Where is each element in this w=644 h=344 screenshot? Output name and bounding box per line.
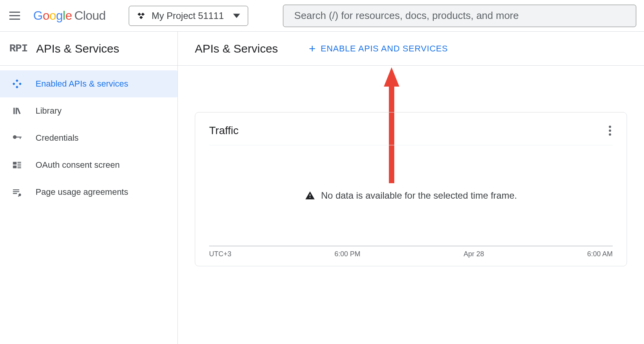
library-icon [12,106,22,116]
sidebar-item-label: OAuth consent screen [36,160,120,170]
page-title: APIs & Services [195,42,278,55]
enable-apis-label: ENABLE APIS AND SERVICES [320,44,448,54]
sidebar-item-label: Page usage agreements [36,187,128,197]
diamond-icon [12,78,22,89]
sidebar-item-library[interactable]: Library [0,97,177,124]
traffic-card: Traffic No data is available for the sel… [195,112,627,266]
sidebar-item-label: Enabled APIs & services [36,79,128,89]
google-cloud-logo[interactable]: Google Cloud [33,9,106,23]
sidebar-item-page-usage-agreements[interactable]: Page usage agreements [0,179,177,206]
consent-screen-icon [12,160,22,170]
chevron-down-icon [233,14,240,18]
hamburger-menu-icon[interactable] [8,9,22,23]
empty-state-message: No data is available for the selected ti… [321,190,517,201]
sidebar-item-oauth-consent[interactable]: OAuth consent screen [0,152,177,179]
sidebar: RPI APIs & Services Enabled APIs & servi… [0,32,178,344]
logo-product-text: Cloud [74,9,106,23]
axis-tick: UTC+3 [209,250,232,258]
top-header: Google Cloud My Project 51111 Search (/)… [0,0,644,32]
agreements-icon [12,187,22,198]
api-icon: RPI [9,43,27,54]
body-layout: RPI APIs & Services Enabled APIs & servi… [0,32,644,344]
sidebar-header[interactable]: RPI APIs & Services [0,32,177,66]
search-input[interactable]: Search (/) for resources, docs, products… [283,5,636,27]
traffic-chart-empty: No data is available for the selected ti… [209,145,613,246]
search-placeholder: Search (/) for resources, docs, products… [294,10,519,22]
warning-icon [305,191,315,201]
plus-icon: + [309,43,316,54]
main-header: APIs & Services + ENABLE APIS AND SERVIC… [178,32,644,66]
sidebar-item-label: Library [36,106,61,116]
sidebar-items: Enabled APIs & services Library Credenti… [0,66,177,206]
axis-tick: 6:00 PM [334,250,360,258]
main-panel: APIs & Services + ENABLE APIS AND SERVIC… [178,32,644,344]
project-name: My Project 51111 [152,10,224,21]
project-picker[interactable]: My Project 51111 [129,6,248,26]
project-hex-icon [137,12,145,20]
axis-tick: 6:00 AM [587,250,613,258]
sidebar-title: APIs & Services [36,42,119,55]
traffic-card-header: Traffic [209,124,613,145]
traffic-x-axis: UTC+3 6:00 PM Apr 28 6:00 AM [209,246,613,258]
sidebar-item-credentials[interactable]: Credentials [0,124,177,152]
sidebar-item-enabled-apis[interactable]: Enabled APIs & services [0,70,177,97]
card-kebab-menu[interactable] [607,124,613,137]
traffic-card-title: Traffic [209,124,239,137]
sidebar-item-label: Credentials [36,133,78,143]
axis-tick: Apr 28 [463,250,484,258]
enable-apis-button[interactable]: + ENABLE APIS AND SERVICES [309,43,448,54]
key-icon [12,133,22,143]
